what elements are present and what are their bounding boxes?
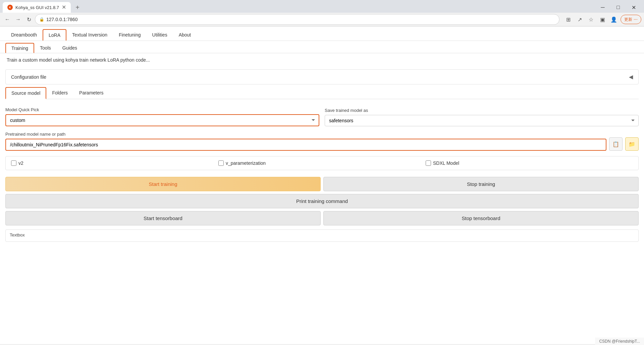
update-button[interactable]: 更新 ⋯	[621, 15, 641, 24]
tab-close-button[interactable]: ✕	[62, 5, 66, 10]
forward-button[interactable]: →	[13, 15, 23, 24]
pretrained-model-input[interactable]	[5, 139, 606, 151]
stop-tensorboard-button[interactable]: Stop tensorboard	[323, 211, 639, 225]
address-bar[interactable]: 🔒 127.0.0.1:7860	[35, 14, 559, 25]
tab-folders[interactable]: Folders	[46, 87, 73, 99]
v-param-label[interactable]: v_parameterization	[226, 160, 266, 166]
start-training-button[interactable]: Start training	[5, 177, 321, 191]
folder-icon: 📁	[629, 141, 635, 147]
profile-icon[interactable]: 👤	[609, 15, 619, 24]
tab-source-model[interactable]: Source model	[5, 87, 46, 99]
v2-label[interactable]: v2	[18, 160, 23, 166]
sdxl-checkbox[interactable]	[426, 160, 431, 166]
browser-chrome: K Kohya_ss GUI v21.8.7 ✕ + ─ □ ✕ ← → ↻ 🔒…	[0, 0, 644, 26]
address-bar-row: ← → ↻ 🔒 127.0.0.1:7860 ⊞ ↗ ☆ ▣ 👤 更新 ⋯	[0, 13, 644, 26]
buttons-section: Start training Stop training Print train…	[5, 177, 639, 225]
save-trained-group: Save trained model as safetensors ckpt	[325, 108, 639, 126]
browser-actions: ⊞ ↗ ☆ ▣ 👤 更新 ⋯	[564, 15, 641, 24]
checkboxes-row: v2 v_parameterization SDXL Model	[5, 156, 639, 170]
footer: CSDN @FriendshipT...	[595, 338, 644, 344]
lock-icon: 🔒	[39, 17, 44, 22]
top-navigation: Dreambooth LoRA Textual Inversion Finetu…	[0, 26, 644, 41]
tab-utilities[interactable]: Utilities	[147, 29, 173, 41]
back-button[interactable]: ←	[3, 15, 12, 24]
copy-icon: 📋	[612, 141, 619, 147]
save-trained-select[interactable]: safetensors ckpt	[325, 115, 639, 126]
textbox-section: Textbox	[5, 229, 639, 242]
content-tabs-row: Source model Folders Parameters	[5, 87, 639, 99]
tab-textual-inversion[interactable]: Textual Inversion	[66, 29, 113, 41]
description-text: Train a custom model using kohya train n…	[0, 53, 644, 67]
new-tab-button[interactable]: +	[73, 3, 82, 12]
save-trained-label: Save trained model as	[325, 108, 639, 113]
refresh-button[interactable]: ↻	[24, 15, 34, 24]
textbox-label: Textbox	[10, 232, 634, 237]
minimize-button[interactable]: ─	[595, 2, 610, 13]
address-text: 127.0.0.1:7860	[46, 17, 77, 22]
tab-training[interactable]: Training	[5, 43, 34, 53]
v2-checkbox-item: v2	[11, 160, 218, 166]
copy-path-button[interactable]: 📋	[609, 137, 623, 151]
sdxl-checkbox-item: SDXL Model	[426, 160, 633, 166]
pretrained-model-row: Pretrained model name or path 📋 📁	[5, 132, 639, 151]
v-param-checkbox[interactable]	[218, 160, 224, 166]
update-arrow: ⋯	[634, 17, 638, 22]
tab-guides[interactable]: Guides	[57, 43, 83, 53]
content-tabs-section: Source model Folders Parameters	[5, 87, 639, 99]
start-tensorboard-button[interactable]: Start tensorboard	[5, 211, 321, 225]
close-button[interactable]: ✕	[626, 2, 641, 13]
v2-checkbox[interactable]	[11, 160, 16, 166]
training-buttons-row: Start training Stop training	[5, 177, 639, 191]
browse-folder-button[interactable]: 📁	[625, 137, 639, 151]
print-command-button[interactable]: Print training command	[5, 194, 639, 208]
print-command-row: Print training command	[5, 194, 639, 208]
window-controls: ─ □ ✕	[595, 2, 641, 13]
sdxl-label[interactable]: SDXL Model	[433, 160, 459, 166]
tab-finetuning[interactable]: Finetuning	[113, 29, 146, 41]
config-file-label: Configuration file	[11, 74, 46, 80]
model-quick-pick-row: Model Quick Pick custom sd-v1-5 sd-v2-1 …	[5, 107, 639, 126]
pretrained-model-group: Pretrained model name or path	[5, 132, 606, 151]
tab-lora[interactable]: LoRA	[43, 29, 66, 41]
maximize-button[interactable]: □	[610, 2, 626, 13]
tab-favicon: K	[7, 5, 13, 10]
tab-dreambooth[interactable]: Dreambooth	[5, 29, 43, 41]
footer-text: CSDN @FriendshipT...	[599, 339, 640, 344]
bookmark-icon[interactable]: ☆	[586, 15, 596, 24]
stop-training-button[interactable]: Stop training	[323, 177, 639, 191]
tab-about[interactable]: About	[173, 29, 197, 41]
main-content: Model Quick Pick custom sd-v1-5 sd-v2-1 …	[0, 102, 644, 247]
share-icon[interactable]: ↗	[575, 15, 584, 24]
translate-icon[interactable]: ⊞	[564, 15, 573, 24]
tensorboard-buttons-row: Start tensorboard Stop tensorboard	[5, 211, 639, 225]
v-param-checkbox-item: v_parameterization	[218, 160, 426, 166]
browser-tab[interactable]: K Kohya_ss GUI v21.8.7 ✕	[3, 2, 71, 13]
pretrained-model-label: Pretrained model name or path	[5, 132, 606, 137]
second-navigation: Training Tools Guides	[0, 41, 644, 53]
model-quick-pick-label: Model Quick Pick	[5, 107, 319, 112]
model-quick-pick-select[interactable]: custom sd-v1-5 sd-v2-1	[5, 114, 319, 126]
update-label: 更新	[624, 17, 632, 22]
config-arrow-icon: ◀	[629, 74, 633, 80]
model-quick-pick-group: Model Quick Pick custom sd-v1-5 sd-v2-1	[5, 107, 319, 126]
tab-title: Kohya_ss GUI v21.8.7	[15, 5, 59, 10]
app-container: Dreambooth LoRA Textual Inversion Finetu…	[0, 26, 644, 344]
sidebar-icon[interactable]: ▣	[598, 15, 607, 24]
config-file-section: Configuration file ◀	[5, 69, 639, 84]
config-file-header[interactable]: Configuration file ◀	[6, 70, 638, 84]
tab-parameters[interactable]: Parameters	[73, 87, 109, 99]
tab-tools[interactable]: Tools	[34, 43, 57, 53]
